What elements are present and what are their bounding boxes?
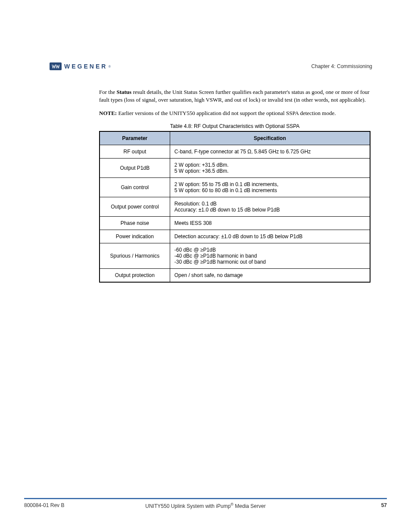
table-row: RF output C-band, F-type connector at 75…	[100, 145, 370, 158]
cell-param: Spurious / Harmonics	[100, 243, 170, 268]
cell-spec-line: 2 W option: 55 to 75 dB in 0.1 dB increm…	[174, 181, 278, 187]
cell-spec-line: 5 W option: +36.5 dBm.	[174, 168, 229, 174]
cell-spec: 2 W option: 55 to 75 dB in 0.1 dB increm…	[170, 177, 370, 197]
cell-param: Power indication	[100, 230, 170, 243]
cell-spec-line: 2 W option: +31.5 dBm.	[174, 162, 229, 168]
brand-name: WEGENER	[64, 63, 107, 70]
note-label: NOTE:	[99, 110, 118, 116]
cell-spec: Resolution: 0.1 dB Accuracy: ±1.0 dB dow…	[170, 197, 370, 216]
para1-status-word: Status	[116, 89, 131, 95]
footer-rule	[24, 498, 387, 499]
brand-logo: WEGENER ®	[50, 62, 111, 70]
cell-spec-line: Resolution: 0.1 dB	[174, 201, 217, 207]
cell-spec: 2 W option: +31.5 dBm. 5 W option: +36.5…	[170, 158, 370, 177]
page-body: For the Status result details, the Unit …	[99, 88, 371, 283]
table-row: Output P1dB 2 W option: +31.5 dBm. 5 W o…	[100, 158, 370, 177]
registered-icon: ®	[108, 65, 111, 68]
cell-param: Output protection	[100, 268, 170, 282]
cell-spec-line: Accuracy: ±1.0 dB down to 15 dB below P1…	[174, 207, 280, 213]
footer-revision: 800084-01 Rev B	[24, 502, 64, 508]
footer-title: UNITY550 Uplink System with iPump® Media…	[24, 502, 387, 509]
paragraph-status: For the Status result details, the Unit …	[99, 88, 371, 103]
cell-spec-line: 5 W option: 60 to 80 dB in 0.1 dB increm…	[174, 187, 277, 193]
table-header-specification: Specification	[170, 131, 370, 145]
chapter-reference: Chapter 4: Commissioning	[311, 63, 372, 69]
cell-param: Output power control	[100, 197, 170, 216]
cell-spec-line: -30 dBc @ ≥P1dB harmonic out of band	[174, 259, 266, 265]
footer-title-prefix: UNITY550 Uplink System with iPump	[145, 503, 230, 509]
para1-prefix: For the	[99, 89, 116, 95]
cell-spec: C-band, F-type connector at 75 Ω, 5.845 …	[170, 145, 370, 158]
note-rest: Earlier versions of the UNITY550 applica…	[118, 110, 336, 116]
table-row: Gain control 2 W option: 55 to 75 dB in …	[100, 177, 370, 197]
cell-spec-line: -60 dBc @ ≥P1dB	[174, 247, 216, 253]
cell-param: Phase noise	[100, 216, 170, 230]
cell-spec: Detection accuracy: ±1.0 dB down to 15 d…	[170, 230, 370, 243]
cell-spec-line: -40 dBc @ ≥P1dB harmonic in band	[174, 253, 257, 259]
table-row: Output power control Resolution: 0.1 dB …	[100, 197, 370, 216]
footer-title-suffix: Media Server	[234, 503, 266, 509]
cell-param: Gain control	[100, 177, 170, 197]
logo-mark-icon	[50, 62, 62, 70]
table-header-parameter: Parameter	[100, 131, 170, 145]
table-row: Phase noise Meets IESS 308	[100, 216, 370, 230]
table-row: Output protection Open / short safe, no …	[100, 268, 370, 282]
cell-param: Output P1dB	[100, 158, 170, 177]
page-header: WEGENER ® Chapter 4: Commissioning	[50, 62, 372, 70]
cell-param: RF output	[100, 145, 170, 158]
cell-spec: Open / short safe, no damage	[170, 268, 370, 282]
spec-table: Parameter Specification RF output C-band…	[99, 131, 371, 283]
cell-spec: -60 dBc @ ≥P1dB -40 dBc @ ≥P1dB harmonic…	[170, 243, 370, 268]
para1-rest: result details, the Unit Status Screen f…	[99, 89, 370, 103]
paragraph-note: NOTE: Earlier versions of the UNITY550 a…	[99, 109, 371, 117]
table-row: Spurious / Harmonics -60 dBc @ ≥P1dB -40…	[100, 243, 370, 268]
table-caption: Table 4.8: RF Output Characteristics wit…	[99, 123, 371, 129]
table-row: Power indication Detection accuracy: ±1.…	[100, 230, 370, 243]
registered-icon: ®	[230, 502, 234, 507]
footer-page-number: 57	[381, 502, 387, 508]
table-header-row: Parameter Specification	[100, 131, 370, 145]
cell-spec: Meets IESS 308	[170, 216, 370, 230]
page-footer: 800084-01 Rev B UNITY550 Uplink System w…	[24, 502, 387, 508]
